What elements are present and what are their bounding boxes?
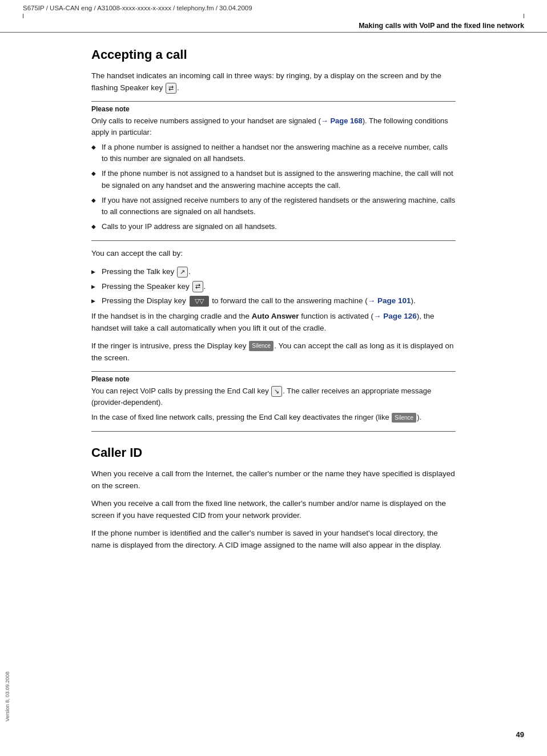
talk-key-icon: ↗ [177,267,188,278]
page-number: 49 [516,730,524,739]
top-mark-left [23,14,23,18]
top-mark-right [524,14,524,18]
note-bullet-4: Calls to your IP address are signaled on… [91,221,456,232]
accept-methods-list: Pressing the Talk key ↗. Pressing the Sp… [91,266,456,307]
note-bullet-1: If a phone number is assigned to neither… [91,142,456,164]
auto-answer-label: Auto Answer [252,312,299,320]
accept-intro: You can accept the call by: [91,248,456,260]
silence-badge-1: Silence [249,341,274,351]
accept-method-display: Pressing the Display key ▽▽ to forward t… [91,295,456,307]
display-key-icon: ▽▽ [190,296,209,307]
para-auto-answer: If the handset is in the charging cradle… [91,311,456,335]
silence-badge-2: Silence [392,413,416,423]
note-bullet-2: If the phone number is not assigned to a… [91,168,456,191]
page-ref-168: → Page 168 [321,116,363,125]
note-box-1: Please note Only calls to receive number… [91,101,456,241]
main-content: Accepting a call The handset indicates a… [0,33,547,568]
note-label-2: Please note [91,375,456,383]
caller-id-para-2: When you receive a call from the fixed l… [91,498,456,522]
speaker-key-icon: ⇄ [166,83,176,94]
speaker-key-icon-2: ⇄ [192,281,203,292]
note2-para-1: You can reject VoIP calls by pressing th… [91,385,456,408]
note-bullet-list: If a phone number is assigned to neither… [91,142,456,232]
chapter-title: Making calls with VoIP and the fixed lin… [0,18,547,33]
end-call-key-icon: ↘ [271,386,282,397]
sidebar-version-text: Version 8, 03.09.2008 [5,671,11,722]
section-heading-accepting: Accepting a call [91,47,456,62]
note-content-2: You can reject VoIP calls by pressing th… [91,385,456,423]
note-bullet-3: If you have not assigned receive numbers… [91,195,456,218]
note-box-2: Please note You can reject VoIP calls by… [91,371,456,432]
page-ref-126: → Page 126 [373,312,417,320]
note-label-1: Please note [91,105,456,113]
page-wrapper: S675IP / USA-CAN eng / A31008-xxxx-xxxx-… [0,0,547,756]
page-ref-101: → Page 101 [368,296,411,305]
header: S675IP / USA-CAN eng / A31008-xxxx-xxxx-… [0,0,547,11]
section-heading-caller-id: Caller ID [91,445,456,460]
note2-para-2: In the case of fixed line network calls,… [91,412,456,423]
para-ringer: If the ringer is intrusive, press the Di… [91,340,456,364]
note-para-1: Only calls to receive numbers assigned t… [91,115,456,138]
caller-id-para-1: When you receive a call from the Interne… [91,468,456,492]
caller-id-para-3: If the phone number is identified and th… [91,528,456,552]
intro-para: The handset indicates an incoming call i… [91,70,456,94]
top-marks [0,14,547,18]
accept-method-speaker: Pressing the Speaker key ⇄. [91,280,456,293]
accept-method-talk: Pressing the Talk key ↗. [91,266,456,278]
note-content-1: Only calls to receive numbers assigned t… [91,115,456,232]
breadcrumb: S675IP / USA-CAN eng / A31008-xxxx-xxxx-… [23,5,252,11]
